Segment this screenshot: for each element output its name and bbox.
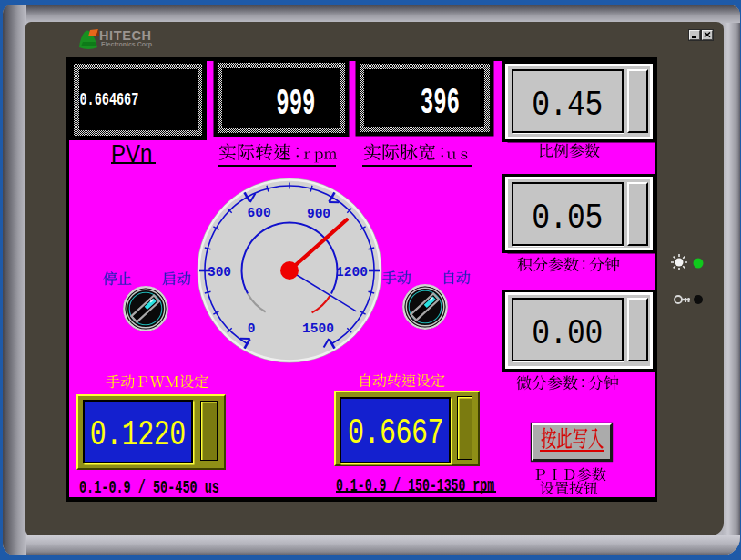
svg-text:1200: 1200 bbox=[336, 265, 368, 280]
svg-text:300: 300 bbox=[208, 265, 231, 280]
svg-text:900: 900 bbox=[307, 207, 330, 221]
svg-text:600: 600 bbox=[248, 206, 271, 220]
svg-text:1500: 1500 bbox=[302, 321, 334, 336]
svg-text:0: 0 bbox=[248, 321, 256, 336]
